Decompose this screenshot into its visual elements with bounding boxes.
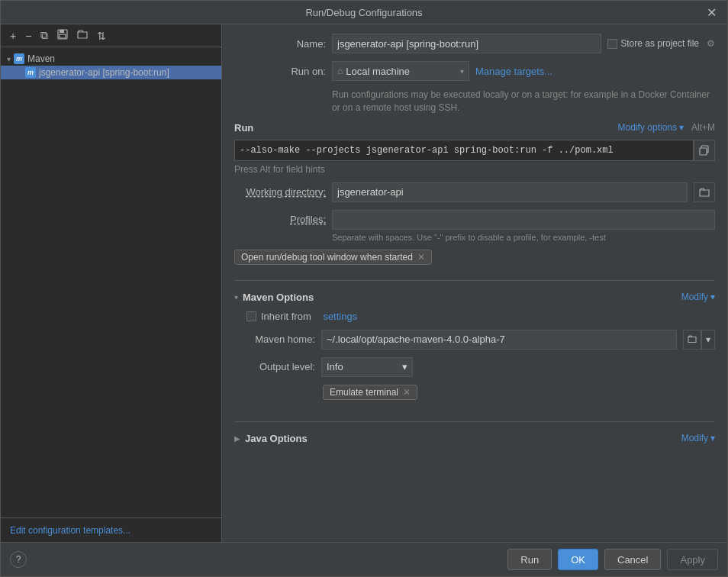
emulate-terminal-tag-row: Emulate terminal ✕ [323,385,715,400]
maven-tree-group: ▾ m Maven m jsgenerator-api [spring-boot… [1,50,221,81]
profiles-input[interactable] [332,210,715,230]
sort-button[interactable]: ⇅ [94,28,109,44]
command-input[interactable] [234,140,694,161]
config-item-icon: m [25,67,36,78]
run-section-title: Run [234,122,253,134]
browse-folder-button[interactable] [694,182,715,202]
maven-group-icon: m [14,53,24,64]
inherit-row: Inherit from settings [246,311,715,322]
press-alt-hint: Press Alt for field hints [234,164,715,175]
manage-targets-link[interactable]: Manage targets... [475,66,552,77]
main-content: + − ⧉ ⇅ ▾ m Maven [1,24,727,542]
open-tool-window-tag: Open run/debug tool window when started … [234,250,432,265]
name-row: Name: Store as project file ⚙ [234,34,715,53]
maven-modify-button[interactable]: Modify ▾ [681,292,715,302]
settings-link[interactable]: settings [323,311,357,322]
name-input[interactable] [332,34,601,53]
sidebar-tree: ▾ m Maven m jsgenerator-api [spring-boot… [1,47,221,517]
cancel-button[interactable]: Cancel [604,549,661,570]
output-level-label: Output level: [246,361,315,372]
working-dir-row: Working directory: [234,182,715,202]
java-title-row: ▶ Java Options [234,433,308,444]
sidebar: + − ⧉ ⇅ ▾ m Maven [1,24,222,542]
dropdown-arrow-icon: ▾ [460,67,464,76]
divider-2 [234,421,715,422]
maven-chevron-icon: ▾ [234,293,238,301]
open-tool-window-tag-row: Open run/debug tool window when started … [234,250,715,265]
maven-home-row: Maven home: ▾ [246,330,715,350]
dropdown-maven-home-button[interactable]: ▾ [701,330,715,350]
run-button[interactable]: Run [507,549,552,570]
java-options-header[interactable]: ▶ Java Options Modify ▾ [234,431,715,446]
close-button[interactable]: ✕ [704,5,718,19]
svg-rect-1 [60,30,64,33]
maven-group-header[interactable]: ▾ m Maven [1,52,221,66]
maven-home-buttons: ▾ [683,330,715,350]
maven-title-row: ▾ Maven Options [234,292,314,303]
profiles-hint: Separate with spaces. Use "-" prefix to … [332,233,715,242]
maven-options-content: Inherit from settings Maven home: ▾ [246,311,715,400]
open-folder-button[interactable] [74,27,91,44]
maven-options-title: Maven Options [243,292,314,303]
home-icon: ⌂ [337,66,343,76]
maven-home-input[interactable] [321,330,677,350]
browse-maven-home-button[interactable] [683,330,701,350]
remove-open-tool-window-tag-button[interactable]: ✕ [417,253,425,262]
output-level-select[interactable]: Info ▾ [321,357,413,377]
working-dir-input[interactable] [332,182,688,202]
svg-rect-2 [60,34,66,38]
bottom-left: ? [10,551,27,568]
dialog-title: Run/Debug Configurations [24,7,704,18]
run-on-row: Run on: ⌂ Local machine ▾ Manage targets… [234,61,715,81]
run-on-hint: Run configurations may be executed local… [332,89,715,114]
remove-config-button[interactable]: − [22,28,34,44]
title-bar: Run/Debug Configurations ✕ [1,1,727,24]
java-options-title: Java Options [245,433,308,444]
copy-command-button[interactable] [694,140,715,161]
bottom-bar: ? Run OK Cancel Apply [1,542,727,576]
java-modify-button[interactable]: Modify ▾ [681,433,715,443]
run-on-select[interactable]: ⌂ Local machine ▾ [332,61,469,81]
bottom-right: Run OK Cancel Apply [507,549,718,570]
remove-emulate-terminal-button[interactable]: ✕ [403,388,411,397]
maven-home-label: Maven home: [246,334,315,345]
apply-button[interactable]: Apply [667,549,718,570]
alt-shortcut-label: Alt+M [691,122,715,133]
inherit-checkbox[interactable] [246,311,256,321]
sidebar-toolbar: + − ⧉ ⇅ [1,24,221,47]
output-select-arrow-icon: ▾ [402,361,407,372]
copy-config-button[interactable]: ⧉ [37,27,51,44]
run-debug-dialog: Run/Debug Configurations ✕ + − ⧉ ⇅ ▾ [0,0,728,577]
divider-1 [234,280,715,281]
modify-options-button[interactable]: Modify options ▾ [618,122,684,133]
profiles-label: Profiles: [234,214,326,225]
add-config-button[interactable]: + [7,28,19,44]
sidebar-footer: Edit configuration templates... [1,517,221,542]
store-project-file-checkbox[interactable] [607,39,617,49]
java-chevron-icon: ▶ [234,434,240,443]
store-project-file-label: Store as project file [607,38,699,49]
profiles-row: Profiles: [234,210,715,230]
store-settings-icon: ⚙ [707,38,715,49]
run-on-label: Run on: [234,66,326,77]
expand-icon: ▾ [7,55,11,63]
edit-templates-link[interactable]: Edit configuration templates... [10,525,130,536]
save-config-button[interactable] [54,27,71,44]
command-row [234,140,715,161]
right-panel: Name: Store as project file ⚙ Run on: ⌂ … [222,24,727,542]
emulate-terminal-tag: Emulate terminal ✕ [323,385,417,400]
svg-rect-4 [700,148,707,155]
ok-button[interactable]: OK [558,549,598,570]
config-item-label: jsgenerator-api [spring-boot:run] [39,67,169,78]
output-level-row: Output level: Info ▾ [246,357,715,377]
run-section-header: Run Modify options ▾ Alt+M [234,122,715,134]
maven-options-header[interactable]: ▾ Maven Options Modify ▾ [234,290,715,305]
working-dir-label: Working directory: [234,186,326,198]
config-item[interactable]: m jsgenerator-api [spring-boot:run] [1,66,221,79]
name-label: Name: [234,38,326,50]
maven-group-label: Maven [27,53,55,64]
help-button[interactable]: ? [10,551,27,568]
local-machine-label: Local machine [346,66,410,77]
maven-options-section: ▾ Maven Options Modify ▾ Inherit from se… [234,290,715,409]
